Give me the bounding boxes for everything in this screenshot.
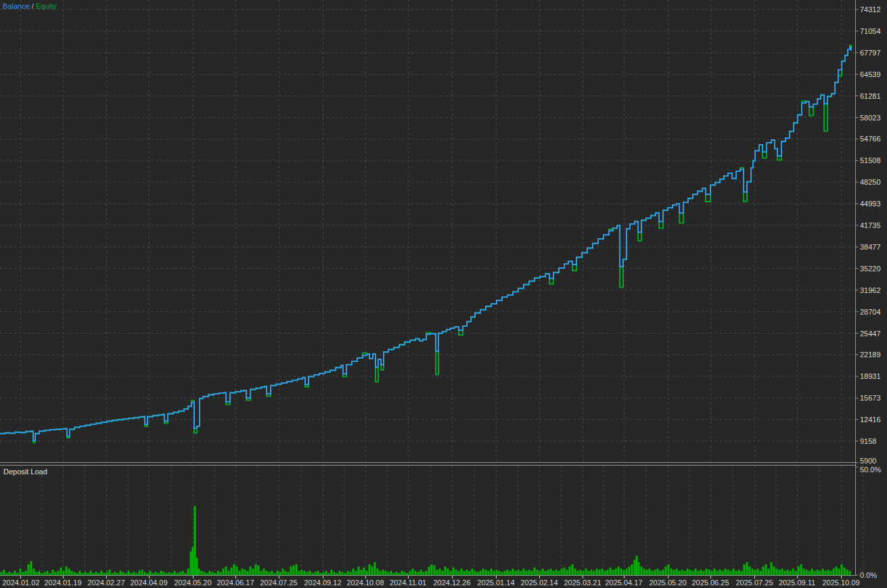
legend-equity-label[interactable]: Equity (36, 2, 57, 10)
svg-text:2025.07.25: 2025.07.25 (735, 579, 773, 587)
svg-text:18931: 18931 (860, 372, 881, 380)
svg-text:2025.09.11: 2025.09.11 (779, 579, 815, 587)
svg-text:61281: 61281 (860, 92, 881, 100)
legend-balance-label[interactable]: Balance (3, 2, 30, 10)
svg-text:2024.01.19: 2024.01.19 (44, 579, 81, 587)
svg-text:2024.05.20: 2024.05.20 (174, 579, 211, 587)
deposit-min-label: 0.0% (860, 571, 877, 579)
deposit-max-label: 50.0% (860, 466, 881, 474)
svg-text:2025.04.17: 2025.04.17 (605, 579, 642, 587)
svg-text:41735: 41735 (860, 221, 881, 229)
svg-text:2025.10.09: 2025.10.09 (822, 579, 859, 587)
svg-text:15673: 15673 (860, 394, 881, 402)
svg-text:48250: 48250 (860, 178, 881, 186)
svg-text:12416: 12416 (860, 415, 881, 424)
svg-text:74312: 74312 (860, 5, 881, 14)
svg-text:2024.07.25: 2024.07.25 (260, 579, 297, 587)
svg-text:2025.05.20: 2025.05.20 (649, 579, 686, 587)
svg-text:2024.12.26: 2024.12.26 (433, 579, 470, 587)
svg-text:31962: 31962 (860, 286, 881, 294)
svg-text:2024.06.17: 2024.06.17 (217, 579, 254, 587)
svg-text:2025.06.25: 2025.06.25 (691, 579, 729, 587)
svg-text:2024.01.02: 2024.01.02 (2, 579, 39, 587)
svg-text:2025.02.14: 2025.02.14 (520, 579, 558, 587)
svg-text:2024.11.01: 2024.11.01 (390, 579, 426, 587)
svg-text:25447: 25447 (860, 330, 881, 338)
svg-text:35220: 35220 (860, 265, 881, 273)
legend-separator: / (30, 2, 36, 10)
svg-text:22189: 22189 (860, 350, 881, 359)
svg-text:2024.04.09: 2024.04.09 (130, 579, 167, 587)
svg-text:2025.03.21: 2025.03.21 (564, 579, 601, 587)
svg-text:38477: 38477 (860, 243, 881, 251)
svg-text:2024.09.12: 2024.09.12 (304, 579, 341, 587)
chart-legend: Balance / Equity (3, 2, 57, 11)
chart-background (0, 0, 887, 588)
strategy-tester-graph-window: 7431271054677976453961281580235476651508… (0, 0, 887, 588)
svg-text:58023: 58023 (860, 114, 881, 122)
svg-text:54766: 54766 (860, 135, 881, 143)
svg-text:51508: 51508 (860, 156, 881, 164)
svg-text:64539: 64539 (860, 70, 881, 78)
svg-text:28704: 28704 (860, 308, 881, 316)
svg-text:9158: 9158 (860, 437, 876, 445)
svg-text:71054: 71054 (860, 27, 881, 35)
svg-text:2024.02.27: 2024.02.27 (87, 579, 124, 587)
balance-equity-chart-canvas[interactable]: 7431271054677976453961281580235476651508… (0, 0, 887, 588)
svg-text:2024.10.08: 2024.10.08 (346, 579, 384, 587)
svg-text:2025.01.14: 2025.01.14 (477, 579, 514, 587)
svg-text:44993: 44993 (860, 200, 881, 208)
svg-text:5900: 5900 (860, 457, 876, 465)
deposit-load-title: Deposit Load (3, 468, 47, 476)
svg-text:67797: 67797 (860, 49, 881, 57)
